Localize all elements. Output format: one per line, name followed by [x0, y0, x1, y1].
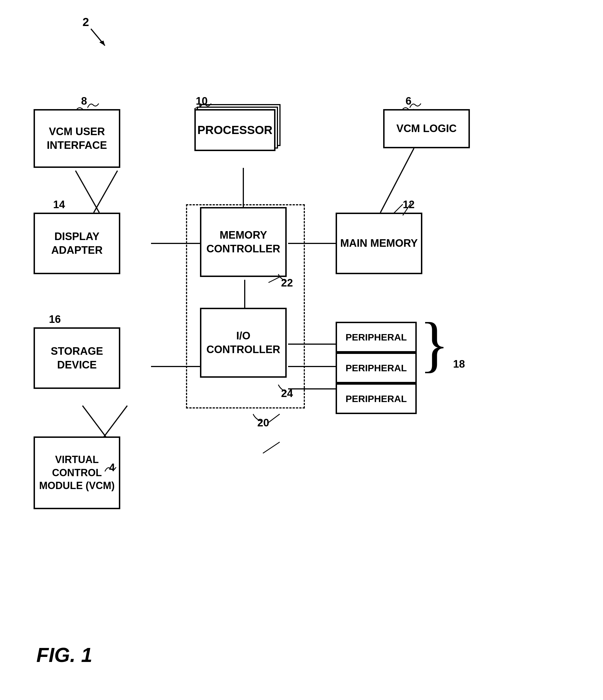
io-controller-label: I/O CONTROLLER: [201, 329, 285, 357]
peripheral-1-box: PERIPHERAL: [336, 322, 417, 352]
ref-16: 16: [49, 314, 61, 325]
ref-6-squiggle: [408, 99, 425, 110]
ref-8-squiggle: [86, 99, 103, 110]
ref-4-squiggle: [103, 463, 120, 474]
processor-label: PROCESSOR: [198, 123, 272, 137]
ref-22-arrow: [277, 273, 291, 284]
svg-line-18: [263, 442, 280, 453]
memory-controller-label: MEMORY CONTROLLER: [201, 228, 285, 256]
peripheral-2-box: PERIPHERAL: [336, 352, 417, 383]
svg-line-17: [269, 414, 280, 422]
main-memory-box: MAIN MEMORY: [336, 212, 422, 274]
ref-2: 2: [82, 16, 89, 28]
display-adapter-label: DISPLAY ADAPTER: [35, 230, 119, 257]
ref-14: 14: [53, 199, 65, 211]
svg-marker-1: [99, 41, 105, 46]
peripheral-brace: }: [420, 314, 449, 375]
ref-10-squiggle: [199, 99, 216, 110]
vcm-logic-label: VCM LOGIC: [396, 122, 456, 135]
svg-line-14: [102, 406, 127, 439]
figure-label: FIG. 1: [36, 644, 92, 667]
peripheral-1-label: PERIPHERAL: [345, 331, 407, 343]
memory-controller-box: MEMORY CONTROLLER: [200, 207, 287, 277]
svg-line-19: [403, 203, 411, 216]
ref-2-arrow: [82, 26, 116, 54]
svg-line-2: [76, 171, 99, 212]
svg-line-13: [82, 406, 108, 439]
io-controller-box: I/O CONTROLLER: [200, 308, 287, 378]
vcm-ui-label: VCM USER INTERFACE: [35, 125, 119, 152]
peripheral-3-label: PERIPHERAL: [345, 393, 407, 405]
peripheral-2-label: PERIPHERAL: [345, 362, 407, 374]
peripheral-3-box: PERIPHERAL: [336, 383, 417, 414]
vcm-ui-box: VCM USER INTERFACE: [33, 109, 120, 168]
processor-box: PROCESSOR: [194, 109, 276, 151]
storage-device-label: STORAGE DEVICE: [35, 344, 119, 372]
ref-18: 18: [453, 358, 465, 370]
vcm-logic-box: VCM LOGIC: [383, 109, 470, 148]
ref-12-line: [397, 201, 420, 218]
ref-20-arrow: [252, 413, 266, 424]
main-memory-label: MAIN MEMORY: [340, 236, 418, 250]
ref-24-arrow: [277, 383, 291, 395]
display-adapter-box: DISPLAY ADAPTER: [33, 212, 120, 274]
svg-line-3: [94, 171, 118, 212]
storage-device-box: STORAGE DEVICE: [33, 327, 120, 389]
